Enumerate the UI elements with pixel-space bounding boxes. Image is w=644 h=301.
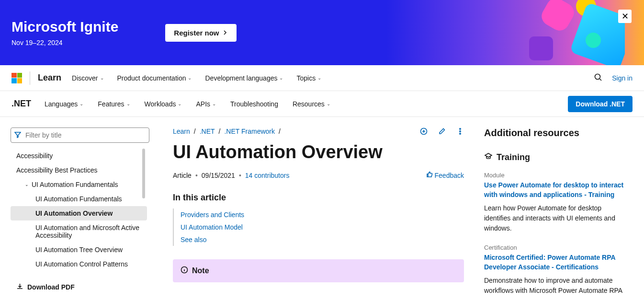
toc-item[interactable]: Accessibility Best Practices [11, 163, 147, 177]
in-this-article-title: In this article [173, 193, 464, 203]
nav-dev-languages[interactable]: Development languages⌄ [202, 72, 286, 84]
chevron-right-icon [222, 29, 228, 37]
toc-item[interactable]: UI Automation Tree Overview [11, 243, 147, 257]
nav-product-docs[interactable]: Product documentation⌄ [114, 72, 195, 84]
contributors-link[interactable]: 14 contributors [245, 172, 290, 179]
subnav-title[interactable]: .NET [11, 99, 31, 109]
close-icon: ✕ [621, 11, 629, 22]
banner-date: Nov 19–22, 2024 [11, 39, 118, 46]
toc-item[interactable]: UI Automation Control Patterns [11, 257, 147, 271]
chevron-down-icon: ⌄ [212, 101, 216, 106]
thumbs-up-icon [426, 171, 433, 179]
cert-link[interactable]: Microsoft Certified: Power Automate RPA … [484, 253, 627, 272]
cert-label: Certification [484, 244, 627, 251]
chevron-down-icon: ⌄ [178, 101, 181, 106]
filter-input[interactable] [11, 127, 149, 143]
ita-link[interactable]: See also [181, 233, 464, 246]
note-box: Note [173, 259, 464, 282]
subnav-features[interactable]: Features⌄ [95, 98, 133, 110]
ita-link[interactable]: UI Automation Model [181, 221, 464, 233]
nav-topics[interactable]: Topics⌄ [294, 72, 324, 84]
chevron-down-icon: ⌄ [327, 101, 330, 106]
content-type: Article [173, 172, 192, 179]
chevron-down-icon: ⌄ [317, 75, 321, 81]
download-pdf-button[interactable]: Download PDF [11, 279, 147, 295]
brand-learn[interactable]: Learn [38, 73, 61, 83]
crumb-learn[interactable]: Learn [173, 127, 190, 135]
toc-item-expandable[interactable]: ⌄ UI Automation Fundamentals [11, 177, 147, 192]
toc: Accessibility Accessibility Best Practic… [11, 149, 147, 272]
chevron-down-icon: ⌄ [188, 75, 192, 81]
scrollbar-track[interactable] [143, 149, 146, 272]
subnav-apis[interactable]: APIs⌄ [193, 98, 219, 110]
ita-link[interactable]: Providers and Clients [181, 208, 464, 221]
feedback-button[interactable]: Feedback [426, 171, 464, 179]
module-body: Learn how Power Automate for desktop ide… [484, 203, 627, 233]
chevron-down-icon: ⌄ [126, 101, 130, 106]
training-heading: Training [497, 152, 530, 162]
svg-point-3 [460, 131, 461, 132]
cert-body: Demonstrate how to improve and automate … [484, 276, 627, 296]
download-icon [16, 283, 23, 291]
svg-point-2 [460, 128, 461, 130]
crumb-framework[interactable]: .NET Framework [224, 127, 275, 135]
toc-item-selected[interactable]: UI Automation Overview [11, 206, 147, 220]
toc-item[interactable]: UI Automation Fundamentals [11, 192, 147, 206]
subnav-workloads[interactable]: Workloads⌄ [142, 98, 185, 110]
close-banner-button[interactable]: ✕ [618, 10, 632, 23]
breadcrumb: Learn/ .NET/ .NET Framework/ [173, 127, 420, 135]
aside: Additional resources Training Module Use… [481, 117, 636, 301]
more-icon[interactable] [456, 127, 464, 137]
page-title: UI Automation Overview [173, 142, 464, 162]
banner-title: Microsoft Ignite [11, 19, 118, 35]
download-dotnet-button[interactable]: Download .NET [568, 96, 633, 112]
sidebar: Accessibility Accessibility Best Practic… [0, 117, 151, 301]
signin-link[interactable]: Sign in [612, 74, 633, 82]
note-label: Note [192, 266, 209, 275]
main-content: Learn/ .NET/ .NET Framework/ UI Automati… [151, 117, 481, 301]
search-icon[interactable] [594, 73, 602, 83]
training-icon [484, 152, 493, 163]
module-link[interactable]: Use Power Automate for desktop to intera… [484, 181, 627, 199]
toc-item[interactable]: Accessibility [11, 149, 147, 163]
svg-point-4 [460, 133, 461, 135]
chevron-down-icon: ⌄ [25, 182, 29, 187]
top-nav: Learn Discover⌄ Product documentation⌄ D… [0, 65, 644, 91]
microsoft-logo-icon[interactable] [11, 73, 22, 83]
register-button[interactable]: Register now [165, 24, 236, 42]
edit-icon[interactable] [438, 127, 446, 137]
scrollbar-thumb[interactable] [142, 149, 145, 198]
crumb-dotnet[interactable]: .NET [200, 127, 215, 135]
toc-item[interactable]: UI Automation and Microsoft Active Acces… [11, 220, 147, 243]
article-date: 09/15/2021 [202, 172, 235, 179]
chevron-down-icon: ⌄ [279, 75, 283, 81]
chevron-down-icon: ⌄ [79, 101, 83, 106]
module-label: Module [484, 172, 627, 179]
subnav-troubleshooting[interactable]: Troubleshooting [227, 98, 281, 110]
svg-point-0 [595, 74, 600, 79]
sub-nav: .NET Languages⌄ Features⌄ Workloads⌄ API… [0, 91, 644, 117]
ignite-banner: Microsoft Ignite Nov 19–22, 2024 Registe… [0, 0, 644, 65]
subnav-resources[interactable]: Resources⌄ [290, 98, 333, 110]
filter-icon [14, 131, 21, 140]
nav-discover[interactable]: Discover⌄ [69, 72, 106, 84]
chevron-down-icon: ⌄ [100, 75, 104, 81]
info-icon [181, 266, 188, 276]
add-icon[interactable] [420, 127, 428, 137]
subnav-languages[interactable]: Languages⌄ [42, 98, 86, 110]
aside-title: Additional resources [484, 127, 627, 139]
article-meta: Article • 09/15/2021 • 14 contributors F… [173, 171, 464, 179]
